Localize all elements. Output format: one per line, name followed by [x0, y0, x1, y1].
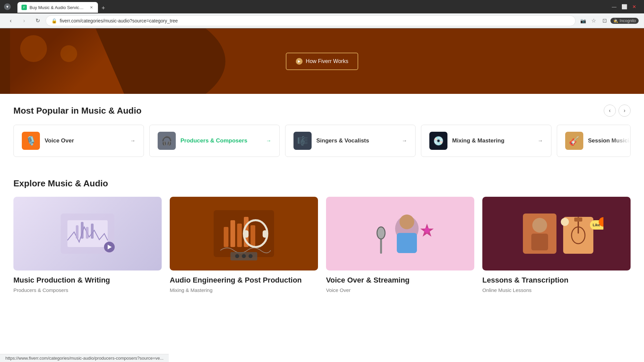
svg-point-31	[532, 218, 547, 233]
svg-rect-2	[76, 225, 78, 239]
browser-titlebar: ▼ F Buy Music & Audio Services On ✕ + — …	[0, 0, 644, 13]
play-icon: ▶	[296, 58, 303, 65]
svg-rect-9	[224, 227, 228, 247]
minimize-button[interactable]: —	[610, 2, 619, 11]
microphone-icon: 🎙️	[25, 136, 36, 146]
disc-icon: 💿	[433, 136, 444, 146]
music-production-subtitle: Producers & Composers	[13, 287, 162, 293]
popular-section-header: Most Popular in Music & Audio ‹ ›	[13, 105, 631, 117]
hero-circle-1	[20, 35, 47, 62]
hero-banner: ▶ How Fiverr Works	[0, 28, 644, 94]
voice-over-streaming-svg	[353, 203, 447, 264]
split-view-button[interactable]: ⊡	[600, 16, 609, 25]
mixing-icon-wrap: 💿	[429, 132, 447, 150]
explore-card-audio-engineering[interactable]: Audio Engineering & Post Production Mixi…	[170, 197, 318, 293]
svg-rect-37	[574, 218, 582, 222]
svg-point-28	[424, 228, 430, 233]
producers-composers-label: Producers & Composers	[180, 137, 247, 144]
explore-card-voice-over-streaming[interactable]: Voice Over & Streaming Voice Over	[326, 197, 474, 293]
no-camera-icon[interactable]: 📷	[578, 16, 588, 25]
explore-section: Explore Music & Audio	[0, 168, 644, 304]
popular-section-title: Most Popular in Music & Audio	[13, 106, 142, 116]
svg-point-34	[561, 218, 569, 226]
music-production-title: Music Production & Writing	[13, 276, 162, 285]
music-production-svg	[41, 203, 135, 264]
back-button[interactable]: ‹	[5, 15, 16, 26]
how-fiverr-works-label: How Fiverr Works	[306, 58, 348, 64]
category-card-voice-over[interactable]: 🎙️ Voice Over →	[13, 125, 144, 157]
session-icon-wrap: 🎸	[565, 132, 583, 150]
mixing-arrow: →	[538, 138, 543, 144]
close-button[interactable]: ✕	[630, 2, 639, 11]
singers-arrow: →	[402, 138, 407, 144]
producers-icon-wrap: 🎧	[158, 132, 176, 150]
category-card-session-musicians[interactable]: 🎸 Session Musicia	[557, 125, 631, 157]
explore-card-lessons-transcription[interactable]: Like Lessons & Transcription Online Musi…	[482, 197, 631, 293]
category-cards-row: 🎙️ Voice Over → 🎧 Producers & Composers …	[13, 125, 631, 157]
audio-engineering-image	[170, 197, 318, 270]
svg-point-19	[242, 254, 246, 258]
address-bar-row: ‹ › ↻ 🔒 fiverr.com/categories/music-audi…	[0, 13, 644, 28]
headphones-icon: 🎧	[161, 136, 172, 146]
tab-close-button[interactable]: ✕	[89, 5, 94, 10]
svg-point-18	[235, 254, 239, 258]
music-production-image	[13, 197, 162, 270]
category-card-singers-vocalists[interactable]: 🎼 Singers & Vocalists →	[285, 125, 416, 157]
browser-chrome: ▼ F Buy Music & Audio Services On ✕ + — …	[0, 0, 644, 28]
svg-point-23	[399, 215, 414, 229]
voice-over-streaming-title: Voice Over & Streaming	[326, 276, 474, 285]
carousel-next-button[interactable]: ›	[619, 105, 631, 117]
singers-icon-wrap: 🎼	[293, 132, 312, 150]
svg-rect-32	[531, 234, 548, 250]
explore-grid: Music Production & Writing Producers & C…	[13, 197, 631, 293]
window-controls: — ⬜ ✕	[610, 2, 639, 11]
popular-section: Most Popular in Music & Audio ‹ › 🎙️ Voi…	[0, 94, 644, 168]
lessons-transcription-image: Like	[482, 197, 631, 270]
session-musicians-label: Session Musicia	[588, 137, 631, 144]
bookmark-button[interactable]: ☆	[589, 16, 598, 25]
svg-point-20	[249, 254, 253, 258]
explore-card-music-production[interactable]: Music Production & Writing Producers & C…	[13, 197, 162, 293]
refresh-button[interactable]: ↻	[32, 15, 43, 26]
svg-rect-24	[397, 233, 417, 253]
new-tab-button[interactable]: +	[99, 3, 108, 13]
maximize-button[interactable]: ⬜	[620, 2, 629, 11]
voice-over-icon-wrap: 🎙️	[22, 132, 40, 150]
svg-text:Like: Like	[593, 223, 600, 227]
audio-engineering-svg	[197, 203, 291, 264]
music-note-icon: 🎼	[297, 136, 308, 146]
category-card-mixing-mastering[interactable]: 💿 Mixing & Mastering →	[421, 125, 551, 157]
address-text: fiverr.com/categories/music-audio?source…	[60, 18, 570, 23]
guitar-icon: 🎸	[569, 136, 580, 146]
category-card-producers-composers[interactable]: 🎧 Producers & Composers →	[149, 125, 280, 157]
address-bar[interactable]: 🔒 fiverr.com/categories/music-audio?sour…	[46, 15, 576, 26]
lessons-transcription-title: Lessons & Transcription	[482, 276, 631, 285]
lessons-transcription-subtitle: Online Music Lessons	[482, 287, 631, 293]
svg-rect-15	[244, 230, 249, 238]
svg-rect-16	[263, 230, 267, 238]
carousel-prev-button[interactable]: ‹	[604, 105, 616, 117]
tab-favicon: F	[21, 5, 27, 10]
audio-engineering-title: Audio Engineering & Post Production	[170, 276, 318, 285]
voice-over-label: Voice Over	[45, 137, 74, 144]
svg-rect-10	[230, 220, 235, 247]
tab-label: Buy Music & Audio Services On	[30, 5, 86, 10]
singers-vocalists-label: Singers & Vocalists	[316, 137, 369, 144]
how-fiverr-works-button[interactable]: ▶ How Fiverr Works	[286, 53, 359, 70]
svg-point-26	[377, 227, 385, 239]
lessons-transcription-svg: Like	[509, 203, 603, 264]
svg-rect-3	[81, 222, 84, 239]
voice-over-streaming-image	[326, 197, 474, 270]
audio-engineering-subtitle: Mixing & Mastering	[170, 287, 318, 293]
forward-button[interactable]: ›	[19, 15, 30, 26]
page-content: ▶ How Fiverr Works Most Popular in Music…	[0, 28, 644, 304]
active-tab[interactable]: F Buy Music & Audio Services On ✕	[17, 2, 98, 13]
tab-bar: F Buy Music & Audio Services On ✕ +	[13, 1, 607, 13]
voice-over-arrow: →	[130, 138, 136, 144]
svg-rect-4	[86, 227, 89, 239]
profile-icon[interactable]: ▼	[4, 3, 11, 10]
svg-rect-5	[91, 224, 94, 239]
browser-actions: 📷 ☆ ⊡ 🕵️ Incognito	[578, 16, 639, 25]
mixing-mastering-label: Mixing & Mastering	[452, 137, 504, 144]
incognito-badge: 🕵️ Incognito	[610, 18, 639, 24]
